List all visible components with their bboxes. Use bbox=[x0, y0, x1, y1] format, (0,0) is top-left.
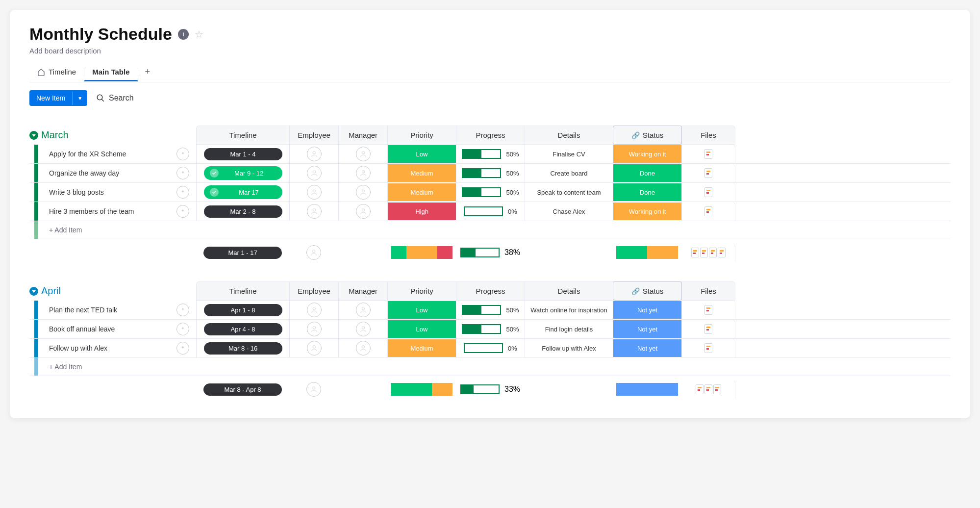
add-view-button[interactable]: + bbox=[138, 62, 157, 82]
timeline-cell[interactable]: Apr 4 - 8 bbox=[196, 320, 289, 338]
status-cell[interactable]: Done bbox=[613, 183, 681, 202]
collapse-icon[interactable] bbox=[29, 287, 38, 296]
col-progress-header[interactable]: Progress bbox=[456, 281, 525, 301]
priority-cell[interactable]: Low bbox=[387, 301, 456, 319]
new-item-button[interactable]: New Item ▼ bbox=[29, 90, 87, 106]
progress-cell[interactable]: 50% bbox=[456, 320, 525, 338]
col-timeline-header[interactable]: Timeline bbox=[196, 281, 289, 301]
priority-cell[interactable]: Medium bbox=[387, 339, 456, 357]
progress-cell[interactable]: 0% bbox=[456, 339, 525, 357]
files-cell[interactable] bbox=[681, 202, 735, 221]
item-name[interactable]: Follow up with Alex bbox=[43, 339, 176, 357]
col-manager-header[interactable]: Manager bbox=[338, 126, 387, 145]
add-item-button[interactable]: + Add Item bbox=[29, 358, 951, 376]
col-priority-header[interactable]: Priority bbox=[387, 281, 456, 301]
details-cell[interactable]: Chase Alex bbox=[525, 202, 613, 221]
manager-cell[interactable] bbox=[338, 145, 387, 163]
files-cell[interactable] bbox=[681, 320, 735, 338]
item-name[interactable]: Book off annual leave bbox=[43, 320, 176, 338]
timeline-pill[interactable]: Mar 8 - 16 bbox=[204, 342, 282, 355]
col-status-header[interactable]: 🔗Status bbox=[613, 281, 681, 301]
timeline-cell[interactable]: Mar 1 - 4 bbox=[196, 145, 289, 163]
files-cell[interactable] bbox=[681, 301, 735, 319]
col-files-header[interactable]: Files bbox=[681, 126, 735, 145]
manager-cell[interactable] bbox=[338, 183, 387, 202]
status-cell[interactable]: Not yet bbox=[613, 320, 681, 338]
progress-cell[interactable]: 50% bbox=[456, 164, 525, 182]
add-update-icon[interactable] bbox=[176, 304, 189, 316]
timeline-pill[interactable]: Mar 17 bbox=[204, 185, 282, 199]
item-name[interactable]: Hire 3 members of the team bbox=[43, 203, 176, 220]
timeline-cell[interactable]: Mar 9 - 12 bbox=[196, 164, 289, 182]
board-title[interactable]: Monthly Schedule bbox=[29, 25, 172, 44]
timeline-cell[interactable]: Apr 1 - 8 bbox=[196, 301, 289, 319]
add-update-icon[interactable] bbox=[176, 323, 189, 335]
timeline-pill[interactable]: Mar 9 - 12 bbox=[204, 166, 282, 180]
employee-cell[interactable] bbox=[289, 164, 338, 182]
priority-cell[interactable]: Low bbox=[387, 320, 456, 338]
employee-cell[interactable] bbox=[289, 320, 338, 338]
details-cell[interactable]: Create board bbox=[525, 164, 613, 182]
manager-cell[interactable] bbox=[338, 339, 387, 357]
col-files-header[interactable]: Files bbox=[681, 281, 735, 301]
files-cell[interactable] bbox=[681, 164, 735, 182]
manager-cell[interactable] bbox=[338, 202, 387, 221]
col-employee-header[interactable]: Employee bbox=[289, 281, 338, 301]
timeline-cell[interactable]: Mar 2 - 8 bbox=[196, 202, 289, 221]
priority-cell[interactable]: Medium bbox=[387, 183, 456, 202]
search-button[interactable]: Search bbox=[96, 94, 134, 102]
status-cell[interactable]: Working on it bbox=[613, 145, 681, 163]
col-manager-header[interactable]: Manager bbox=[338, 281, 387, 301]
employee-cell[interactable] bbox=[289, 202, 338, 221]
add-update-icon[interactable] bbox=[176, 148, 189, 160]
progress-cell[interactable]: 50% bbox=[456, 183, 525, 202]
item-name[interactable]: Write 3 blog posts bbox=[43, 183, 176, 201]
col-progress-header[interactable]: Progress bbox=[456, 126, 525, 145]
details-cell[interactable]: Find login details bbox=[525, 320, 613, 338]
timeline-pill[interactable]: Apr 1 - 8 bbox=[204, 304, 282, 316]
timeline-cell[interactable]: Mar 17 bbox=[196, 183, 289, 202]
priority-cell[interactable]: Low bbox=[387, 145, 456, 163]
item-name[interactable]: Apply for the XR Scheme bbox=[43, 145, 176, 163]
col-priority-header[interactable]: Priority bbox=[387, 126, 456, 145]
col-status-header[interactable]: 🔗Status bbox=[613, 126, 681, 145]
group-name[interactable]: April bbox=[41, 285, 61, 297]
files-cell[interactable] bbox=[681, 339, 735, 357]
details-cell[interactable]: Speak to content team bbox=[525, 183, 613, 202]
col-employee-header[interactable]: Employee bbox=[289, 126, 338, 145]
add-item-button[interactable]: + Add Item bbox=[29, 221, 951, 239]
timeline-pill[interactable]: Apr 4 - 8 bbox=[204, 323, 282, 335]
employee-cell[interactable] bbox=[289, 339, 338, 357]
priority-cell[interactable]: High bbox=[387, 202, 456, 221]
progress-cell[interactable]: 0% bbox=[456, 202, 525, 221]
details-cell[interactable]: Watch online for inspiration bbox=[525, 301, 613, 319]
status-cell[interactable]: Working on it bbox=[613, 202, 681, 221]
col-details-header[interactable]: Details bbox=[525, 281, 613, 301]
timeline-pill[interactable]: Mar 2 - 8 bbox=[204, 205, 282, 218]
priority-cell[interactable]: Medium bbox=[387, 164, 456, 182]
employee-cell[interactable] bbox=[289, 301, 338, 319]
employee-cell[interactable] bbox=[289, 183, 338, 202]
timeline-cell[interactable]: Mar 8 - 16 bbox=[196, 339, 289, 357]
collapse-icon[interactable] bbox=[29, 131, 38, 140]
details-cell[interactable]: Finalise CV bbox=[525, 145, 613, 163]
add-update-icon[interactable] bbox=[176, 186, 189, 199]
timeline-pill[interactable]: Mar 1 - 4 bbox=[204, 148, 282, 160]
details-cell[interactable]: Follow up with Alex bbox=[525, 339, 613, 357]
new-item-dropdown[interactable]: ▼ bbox=[72, 92, 87, 105]
progress-cell[interactable]: 50% bbox=[456, 145, 525, 163]
board-description[interactable]: Add board description bbox=[29, 47, 951, 55]
item-name[interactable]: Organize the away day bbox=[43, 164, 176, 182]
files-cell[interactable] bbox=[681, 145, 735, 163]
add-update-icon[interactable] bbox=[176, 342, 189, 355]
info-icon[interactable]: i bbox=[178, 29, 189, 40]
col-details-header[interactable]: Details bbox=[525, 126, 613, 145]
col-timeline-header[interactable]: Timeline bbox=[196, 126, 289, 145]
progress-cell[interactable]: 50% bbox=[456, 301, 525, 319]
status-cell[interactable]: Done bbox=[613, 164, 681, 182]
tab-main-table[interactable]: Main Table bbox=[84, 63, 137, 81]
add-update-icon[interactable] bbox=[176, 167, 189, 179]
files-cell[interactable] bbox=[681, 183, 735, 202]
star-icon[interactable]: ☆ bbox=[195, 28, 203, 40]
status-cell[interactable]: Not yet bbox=[613, 301, 681, 319]
